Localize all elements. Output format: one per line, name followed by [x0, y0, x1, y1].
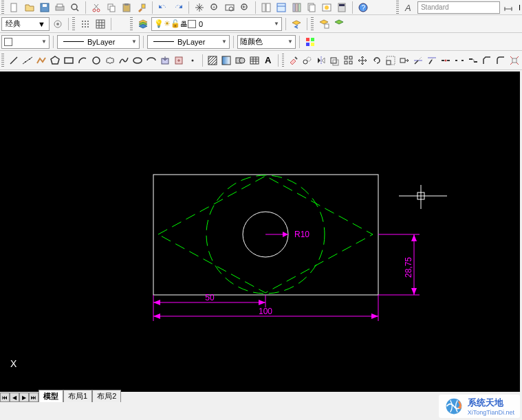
stretch-icon[interactable] [398, 54, 411, 67]
copy-obj-icon[interactable] [301, 54, 314, 67]
undo-icon[interactable] [156, 1, 170, 14]
gradient-icon[interactable] [220, 54, 232, 67]
cut-icon[interactable] [89, 1, 103, 14]
svg-point-63 [25, 61, 26, 63]
plot-icon[interactable] [53, 1, 67, 14]
grid-dots-icon[interactable] [78, 17, 92, 31]
svg-rect-0 [11, 3, 17, 12]
rotate-icon[interactable] [370, 54, 382, 67]
fillet-icon[interactable] [494, 54, 507, 67]
svg-marker-133 [153, 313, 160, 319]
layer-manager-icon[interactable] [136, 17, 150, 31]
svg-point-46 [85, 23, 86, 25]
table-icon[interactable] [248, 54, 261, 67]
svg-text:?: ? [362, 4, 366, 12]
break-icon[interactable] [453, 54, 466, 67]
mirror-icon[interactable] [315, 54, 327, 67]
join-icon[interactable] [467, 54, 479, 67]
break-point-icon[interactable] [439, 54, 452, 67]
zoom-previous-icon[interactable] [238, 1, 252, 14]
calc-icon[interactable] [335, 1, 349, 14]
offset-icon[interactable] [329, 54, 341, 67]
help-icon[interactable]: ? [356, 1, 370, 14]
layer-dropdown[interactable]: 💡 ☀ 🔓 🖶 0 ▼ [151, 17, 282, 31]
region-icon[interactable] [234, 54, 246, 67]
erase-icon[interactable] [287, 54, 300, 67]
plotstyle-dropdown[interactable]: 随颜色 ▼ [237, 35, 296, 49]
block-make-icon[interactable] [173, 54, 185, 67]
workspace-settings-icon[interactable] [51, 17, 65, 31]
lineweight-dropdown[interactable]: ByLayer ▼ [147, 35, 230, 49]
tab-layout2[interactable]: 布局2 [92, 390, 121, 402]
workspace-combo[interactable]: 经典 ▼ [1, 17, 50, 31]
tab-prev-button[interactable]: ◀ [10, 393, 19, 402]
revcloud-icon[interactable] [104, 54, 116, 67]
pan-icon[interactable] [193, 1, 206, 14]
line-icon[interactable] [8, 54, 20, 67]
mtext-icon[interactable]: A [262, 54, 274, 67]
layer-name: 0 [199, 20, 203, 28]
block-insert-icon[interactable] [159, 54, 171, 67]
explode-icon[interactable] [508, 54, 521, 67]
polygon-icon[interactable] [49, 54, 61, 67]
redo-icon[interactable] [171, 1, 185, 14]
full-width-label: 100 [259, 307, 272, 316]
trim-icon[interactable] [412, 54, 424, 67]
scale-icon[interactable] [384, 54, 397, 67]
color-picker-icon[interactable] [303, 35, 317, 49]
ellipse-icon[interactable] [131, 54, 144, 67]
text-style-icon[interactable]: A [402, 1, 416, 14]
layer-prev-icon[interactable] [290, 17, 303, 31]
sheet-set-icon[interactable] [305, 1, 318, 14]
print-preview-icon[interactable] [68, 1, 82, 14]
new-file-icon[interactable] [8, 1, 21, 14]
move-icon[interactable] [356, 54, 369, 67]
save-icon[interactable] [38, 1, 52, 14]
layer-plot-icon: 🖶 [180, 20, 188, 28]
open-file-icon[interactable] [23, 1, 36, 14]
layer-states-icon[interactable] [317, 17, 331, 31]
ellipse-arc-icon[interactable] [145, 54, 157, 67]
chamfer-icon[interactable] [481, 54, 493, 67]
rectangle-icon[interactable] [63, 54, 75, 67]
tab-model[interactable]: 模型 [39, 390, 63, 402]
linetype-dropdown[interactable]: ByLayer ▼ [57, 35, 140, 49]
pline-icon[interactable] [35, 54, 47, 67]
array-icon[interactable] [342, 54, 355, 67]
hatch-icon[interactable] [206, 54, 219, 67]
svg-rect-58 [311, 38, 314, 41]
drawing-canvas[interactable]: R10 28,75 50 100 X [0, 71, 520, 392]
style-dropdown[interactable]: Standard [417, 1, 500, 14]
extend-icon[interactable] [426, 54, 438, 67]
svg-line-103 [415, 60, 418, 64]
copy-icon[interactable] [105, 1, 118, 14]
design-center-icon[interactable] [274, 1, 288, 14]
properties-icon[interactable] [259, 1, 273, 14]
xline-icon[interactable] [21, 54, 34, 67]
grid-pattern-icon[interactable] [94, 17, 107, 31]
linetype-value: ByLayer [87, 38, 115, 46]
tab-next-button[interactable]: ▶ [19, 393, 29, 402]
point-icon[interactable] [186, 54, 199, 67]
svg-rect-57 [306, 38, 309, 41]
layer-unlock-icon: 🔓 [171, 19, 180, 28]
spline-icon[interactable] [118, 54, 130, 67]
zoom-window-icon[interactable] [223, 1, 237, 14]
tool-palettes-icon[interactable] [290, 1, 303, 14]
tab-last-button[interactable]: ⏭ [29, 393, 39, 402]
color-dropdown[interactable]: ▼ [1, 35, 50, 49]
matchprop-icon[interactable] [135, 1, 149, 14]
zoom-realtime-icon[interactable]: + [208, 1, 221, 14]
circle-icon[interactable] [90, 54, 102, 67]
color-swatch [4, 38, 12, 46]
svg-rect-51 [96, 20, 105, 28]
arc-icon[interactable] [76, 54, 89, 67]
dim-style-icon[interactable] [501, 1, 515, 14]
svg-point-110 [444, 59, 446, 61]
paste-icon[interactable] [120, 1, 133, 14]
layer-isolate-icon[interactable] [332, 17, 346, 31]
tab-layout1[interactable]: 布局1 [63, 390, 92, 402]
tab-first-button[interactable]: ⏮ [0, 393, 10, 402]
markup-icon[interactable] [320, 1, 334, 14]
watermark: 系统天地 XiTongTianDi.net [439, 395, 520, 418]
